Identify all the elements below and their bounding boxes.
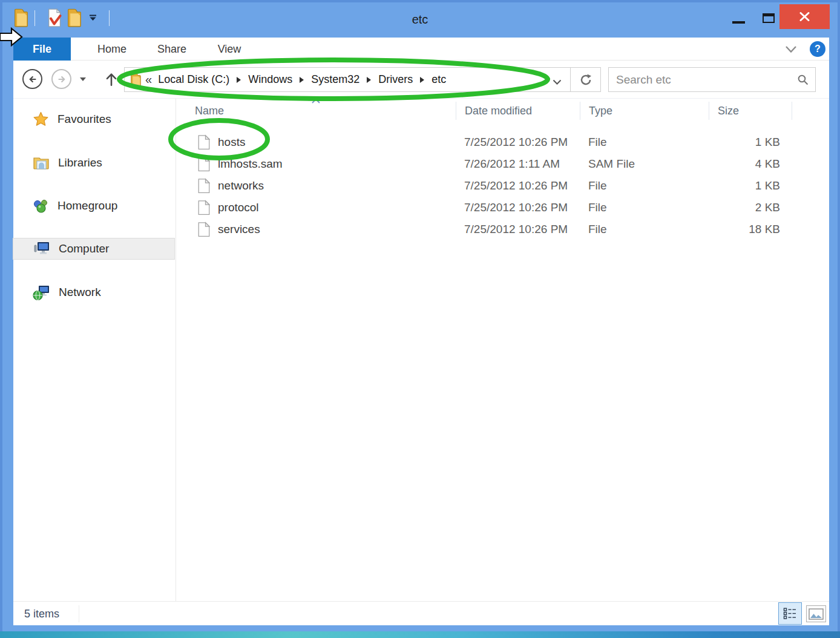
file-icon (198, 134, 210, 150)
tab-view[interactable]: View (202, 38, 257, 61)
sidebar-item-label: Homegroup (57, 199, 117, 212)
breadcrumb-separator-icon (420, 77, 424, 83)
file-icon (198, 200, 210, 215)
address-row: « Local Disk (C:) Windows System32 Drive… (13, 61, 829, 99)
column-header-size[interactable]: Size (709, 102, 792, 120)
breadcrumb-segment-local-disk[interactable]: Local Disk (C:) (158, 73, 229, 86)
file-date: 7/25/2012 10:26 PM (456, 201, 580, 214)
file-name: protocol (218, 201, 259, 214)
file-name: hosts (218, 136, 245, 149)
back-button[interactable] (22, 69, 42, 89)
tab-file[interactable]: File (13, 38, 71, 61)
breadcrumb-segment-windows[interactable]: Windows (248, 73, 292, 86)
network-icon (33, 284, 50, 301)
minimize-button[interactable] (732, 21, 745, 24)
sidebar-item-label: Computer (59, 242, 109, 255)
refresh-button[interactable] (571, 67, 601, 92)
column-header-name[interactable]: Name (195, 102, 456, 120)
file-size: 1 KB (709, 136, 792, 149)
file-type: File (580, 223, 709, 236)
breadcrumb-segment-system32[interactable]: System32 (311, 73, 359, 86)
file-date: 7/26/2012 1:11 AM (456, 157, 580, 171)
titlebar: etc (0, 0, 840, 38)
breadcrumb-segment-drivers[interactable]: Drivers (378, 73, 413, 86)
recent-locations-button[interactable] (80, 77, 86, 81)
chevron-down-icon (80, 77, 86, 81)
homegroup-icon (33, 198, 49, 214)
sidebar-item-libraries[interactable]: Libraries (13, 153, 174, 173)
thumbnail-view-icon (809, 608, 824, 620)
file-size: 2 KB (709, 201, 792, 214)
sidebar-item-network[interactable]: Network (13, 282, 174, 303)
column-header-row: Name Date modified Type Size (195, 102, 806, 120)
file-type: File (580, 201, 709, 214)
file-name: networks (218, 179, 264, 192)
breadcrumb-overflow-glyph[interactable]: « (145, 73, 152, 87)
file-type: SAM File (580, 157, 709, 171)
address-dropdown-button[interactable] (553, 77, 562, 88)
close-icon (799, 12, 810, 21)
column-header-type[interactable]: Type (580, 102, 709, 120)
table-row[interactable]: lmhosts.sam 7/26/2012 1:11 AM SAM File 4… (195, 153, 806, 175)
sidebar-item-homegroup[interactable]: Homegroup (13, 196, 174, 216)
star-icon (33, 111, 49, 127)
search-icon[interactable] (797, 74, 809, 88)
folder-icon (130, 72, 142, 87)
file-name: services (218, 223, 260, 236)
ribbon-collapse-button[interactable] (785, 45, 797, 56)
sidebar-item-label: Libraries (58, 156, 102, 169)
up-button[interactable] (104, 71, 119, 90)
tab-home[interactable]: Home (85, 38, 139, 61)
table-row[interactable]: networks 7/25/2012 10:26 PM File 1 KB (195, 175, 806, 197)
details-view-button[interactable] (778, 602, 802, 625)
sidebar-item-computer[interactable]: Computer (13, 238, 174, 259)
arrow-up-icon (104, 71, 119, 87)
chevron-down-icon (785, 45, 797, 53)
breadcrumb-separator-icon (367, 77, 371, 83)
breadcrumb-segment-etc[interactable]: etc (431, 73, 446, 86)
forward-button[interactable] (51, 69, 71, 89)
main-area: Favourites Libraries Homegroup (13, 99, 829, 601)
table-row[interactable]: protocol 7/25/2012 10:26 PM File 2 KB (195, 197, 806, 219)
sidebar-item-label: Network (59, 286, 101, 299)
breadcrumb-separator-icon (237, 77, 241, 83)
column-header-date-modified[interactable]: Date modified (456, 102, 580, 120)
table-row[interactable]: services 7/25/2012 10:26 PM File 18 KB (195, 219, 806, 240)
file-icon (198, 178, 210, 194)
file-icon (198, 156, 210, 172)
breadcrumb-separator-icon (300, 77, 304, 83)
ribbon-tab-row: File Home Share View ? (13, 38, 829, 61)
search-box (608, 67, 816, 92)
screenshot-root: etc File Home Share View ? (0, 0, 840, 638)
file-size: 1 KB (709, 179, 792, 192)
thumbnail-view-button[interactable] (806, 605, 826, 622)
chevron-down-icon (553, 79, 562, 85)
address-bar[interactable]: « Local Disk (C:) Windows System32 Drive… (124, 67, 571, 92)
status-bar: 5 items (13, 601, 829, 625)
maximize-button[interactable] (763, 13, 775, 23)
file-date: 7/25/2012 10:26 PM (456, 223, 580, 236)
table-row[interactable]: hosts 7/25/2012 10:26 PM File 1 KB (195, 131, 806, 153)
sidebar-item-label: Favourites (57, 113, 111, 126)
items-count: 5 items (24, 602, 59, 626)
sidebar-divider (176, 99, 176, 601)
help-glyph: ? (815, 44, 821, 54)
window-title: etc (0, 13, 840, 27)
file-type: File (580, 136, 709, 149)
computer-icon (33, 241, 50, 257)
file-icon (198, 222, 210, 237)
tab-share[interactable]: Share (144, 38, 200, 61)
help-button[interactable]: ? (810, 41, 825, 57)
file-type: File (580, 179, 709, 192)
file-size: 18 KB (709, 223, 792, 236)
file-date: 7/25/2012 10:26 PM (456, 136, 580, 149)
libraries-icon (33, 156, 50, 170)
close-button[interactable] (779, 4, 830, 29)
file-name: lmhosts.sam (218, 157, 283, 171)
file-date: 7/25/2012 10:26 PM (456, 179, 580, 192)
arrow-right-icon (56, 74, 67, 85)
search-input[interactable] (609, 68, 815, 91)
details-view-icon (783, 607, 797, 620)
refresh-icon (579, 73, 592, 87)
sidebar-item-favourites[interactable]: Favourites (13, 109, 174, 130)
